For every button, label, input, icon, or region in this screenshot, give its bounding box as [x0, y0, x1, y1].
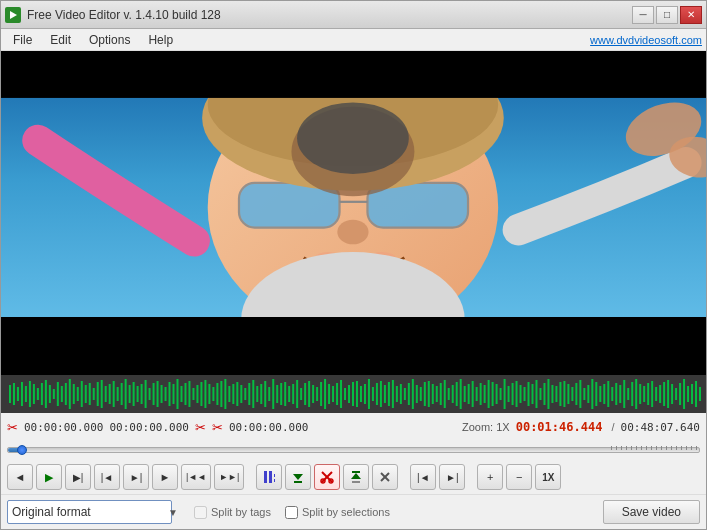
svg-rect-157: [551, 385, 553, 403]
svg-rect-177: [631, 382, 633, 406]
menu-help[interactable]: Help: [140, 31, 181, 49]
maximize-button[interactable]: □: [656, 6, 678, 24]
split-by-selections-checkbox[interactable]: [285, 506, 298, 519]
svg-rect-192: [691, 384, 693, 404]
format-select[interactable]: Original format MP4 AVI MKV: [7, 500, 172, 524]
next-mark-button[interactable]: ►|: [439, 464, 465, 490]
menu-file[interactable]: File: [5, 31, 40, 49]
svg-rect-173: [615, 383, 617, 405]
svg-rect-206: [352, 471, 360, 473]
svg-rect-59: [161, 385, 163, 403]
website-link[interactable]: www.dvdvideosoft.com: [590, 34, 702, 46]
svg-rect-136: [468, 384, 470, 404]
svg-rect-84: [260, 384, 262, 404]
svg-rect-83: [256, 386, 258, 402]
svg-rect-161: [567, 384, 569, 404]
svg-rect-129: [440, 383, 442, 405]
svg-rect-45: [105, 386, 107, 402]
progress-track[interactable]: [7, 447, 700, 453]
volume-up-button[interactable]: +: [477, 464, 503, 490]
split-by-tags-checkbox[interactable]: [194, 506, 207, 519]
svg-rect-190: [683, 379, 685, 409]
svg-rect-91: [288, 386, 290, 402]
split-by-tags-label[interactable]: Split by tags: [194, 506, 271, 519]
svg-rect-187: [671, 384, 673, 404]
svg-rect-33: [57, 382, 59, 406]
svg-rect-185: [663, 382, 665, 406]
cut-start-icon: ✂: [7, 420, 18, 435]
svg-rect-102: [332, 386, 334, 402]
svg-rect-56: [149, 388, 151, 400]
svg-rect-176: [627, 388, 629, 400]
svg-rect-105: [344, 388, 346, 400]
svg-rect-51: [129, 385, 131, 403]
svg-rect-179: [639, 384, 641, 404]
svg-rect-184: [659, 385, 661, 403]
svg-rect-23: [17, 387, 19, 401]
remove-button[interactable]: [372, 464, 398, 490]
prev-frame-button[interactable]: |◄: [94, 464, 120, 490]
svg-rect-112: [372, 387, 374, 401]
svg-rect-153: [535, 380, 537, 408]
svg-rect-163: [575, 383, 577, 405]
svg-rect-99: [320, 382, 322, 406]
split-by-selections-label[interactable]: Split by selections: [285, 506, 390, 519]
svg-rect-57: [153, 383, 155, 405]
svg-rect-135: [464, 386, 466, 402]
speed-button[interactable]: 1X: [535, 464, 561, 490]
svg-rect-169: [599, 386, 601, 402]
svg-rect-137: [472, 381, 474, 407]
svg-rect-124: [420, 387, 422, 401]
svg-rect-145: [504, 379, 506, 409]
next-frame-button[interactable]: ►|: [123, 464, 149, 490]
pause-button[interactable]: [256, 464, 282, 490]
svg-rect-103: [336, 383, 338, 405]
svg-rect-118: [396, 386, 398, 402]
svg-rect-50: [125, 379, 127, 409]
total-timecode: 00:48:07.640: [621, 421, 700, 434]
svg-rect-150: [524, 387, 526, 401]
svg-rect-130: [444, 380, 446, 408]
cut-end2-timecode: 00:00:00.000: [229, 421, 308, 434]
close-button[interactable]: ✕: [680, 6, 702, 24]
play-to-end-button[interactable]: ▶|: [65, 464, 91, 490]
svg-rect-43: [97, 382, 99, 406]
prev-mark-button[interactable]: |◄: [410, 464, 436, 490]
save-video-button[interactable]: Save video: [603, 500, 700, 524]
step-back-button[interactable]: ◄: [7, 464, 33, 490]
svg-rect-29: [41, 383, 43, 405]
svg-rect-54: [141, 384, 143, 404]
cut-button[interactable]: [314, 464, 340, 490]
svg-rect-133: [456, 382, 458, 406]
svg-rect-144: [500, 388, 502, 400]
svg-rect-127: [432, 384, 434, 404]
cut-end-timecode: 00:00:00.000: [109, 421, 188, 434]
svg-point-7: [337, 220, 368, 245]
minimize-button[interactable]: ─: [632, 6, 654, 24]
export-fragment-button[interactable]: [343, 464, 369, 490]
svg-rect-28: [37, 388, 39, 400]
step-fwd-button[interactable]: ►: [152, 464, 178, 490]
save-frame-button[interactable]: [285, 464, 311, 490]
svg-rect-100: [324, 379, 326, 409]
svg-rect-44: [101, 380, 103, 408]
play-button[interactable]: ▶: [36, 464, 62, 490]
svg-rect-110: [364, 384, 366, 404]
menu-options[interactable]: Options: [81, 31, 138, 49]
svg-rect-121: [408, 383, 410, 405]
svg-rect-175: [623, 380, 625, 408]
progress-thumb[interactable]: [17, 445, 27, 455]
volume-down-button[interactable]: −: [506, 464, 532, 490]
svg-rect-182: [651, 381, 653, 407]
svg-rect-107: [352, 382, 354, 406]
svg-rect-207: [352, 481, 360, 483]
svg-rect-70: [204, 380, 206, 408]
menu-edit[interactable]: Edit: [42, 31, 79, 49]
skip-back-button[interactable]: |◄◄: [181, 464, 211, 490]
svg-rect-64: [180, 386, 182, 402]
svg-rect-58: [157, 381, 159, 407]
svg-rect-30: [45, 380, 47, 408]
svg-rect-149: [520, 385, 522, 403]
svg-rect-75: [224, 379, 226, 409]
skip-fwd-button[interactable]: ►►|: [214, 464, 244, 490]
